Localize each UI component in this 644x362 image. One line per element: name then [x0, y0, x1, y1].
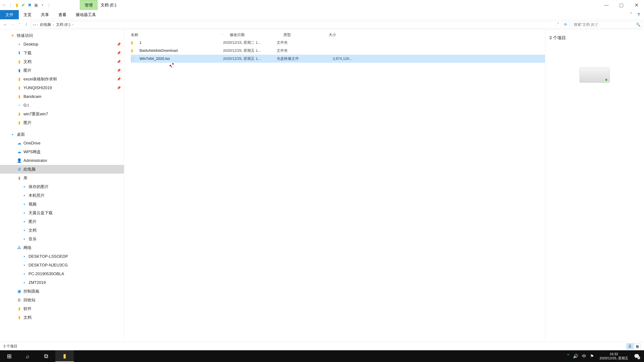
- taskbar-explorer[interactable]: ▮: [55, 350, 74, 362]
- tree-downloads[interactable]: ⬇下载📌: [0, 49, 124, 57]
- label: 下载: [24, 50, 32, 56]
- crumb-chevron-drive[interactable]: ›: [72, 23, 74, 26]
- security-icon[interactable]: ⚑: [590, 354, 594, 359]
- tree-bandicam[interactable]: ▮Bandicam: [0, 92, 124, 101]
- tree-pics3[interactable]: ▪图片: [0, 217, 124, 226]
- show-desktop-button[interactable]: [642, 350, 644, 362]
- view-icons-button[interactable]: ▦: [634, 344, 641, 349]
- folder-icon: ▮: [131, 40, 138, 45]
- history-dropdown[interactable]: ˅: [16, 21, 23, 28]
- crumb-thispc[interactable]: 此电脑: [38, 22, 52, 27]
- refresh-icon[interactable]: ⟳: [562, 22, 569, 27]
- search-button[interactable]: ⌕: [18, 350, 37, 362]
- tree-win7[interactable]: ▮win7重装win7: [0, 110, 124, 118]
- pc-icon: 🖥: [17, 167, 22, 172]
- tree-pc2[interactable]: ▪DESKTOP-NJEU3CG: [0, 261, 124, 270]
- tree-pc3[interactable]: ▪PC-20190530OBLA: [0, 270, 124, 278]
- view-details-button[interactable]: ☰: [626, 344, 633, 349]
- tree-yunqishi[interactable]: ▮YUNQISHI2019📌: [0, 83, 124, 92]
- search-input[interactable]: [574, 22, 636, 27]
- clock-time: 16:32: [600, 352, 628, 356]
- label: 桌面: [17, 132, 25, 137]
- clock[interactable]: 16:32 2020/12/25, 星期五: [598, 352, 630, 360]
- ribbon-collapse-icon[interactable]: ˅: [628, 12, 634, 17]
- col-size[interactable]: 大小: [329, 32, 362, 37]
- tab-drivetools[interactable]: 驱动器工具: [71, 10, 100, 19]
- tab-view[interactable]: 查看: [54, 10, 71, 19]
- tree-excel-folder[interactable]: ▮excel表格制作求和📌: [0, 75, 124, 83]
- col-name[interactable]: 名称˄: [131, 32, 230, 37]
- tree-wps[interactable]: ☁WPS网盘: [0, 147, 124, 156]
- crumb-drive[interactable]: 文档 (E:): [55, 22, 72, 27]
- tab-file[interactable]: 文件: [0, 10, 19, 19]
- tree-controlpanel[interactable]: ▣控制面板: [0, 287, 124, 296]
- tree-savedpics[interactable]: ▪保存的图片: [0, 182, 124, 191]
- help-icon[interactable]: ?: [636, 12, 641, 17]
- address-dropdown[interactable]: ˅: [556, 22, 561, 27]
- tree-recycle[interactable]: 🗑回收站: [0, 296, 124, 304]
- tab-share[interactable]: 共享: [36, 10, 54, 19]
- maximize-button[interactable]: ▢: [614, 0, 629, 10]
- status-bar: 3 个项目 ☰ ▦: [0, 342, 644, 350]
- tree-pictures2[interactable]: ▮图片: [0, 118, 124, 127]
- col-date[interactable]: 修改日期: [230, 32, 284, 37]
- file-row[interactable]: ▮1 2020/12/15, 星期二 1... 文件夹: [131, 38, 545, 46]
- file-row[interactable]: ▮BaiduNetdiskDownload 2020/12/25, 星期五 1.…: [131, 46, 545, 55]
- tree-software[interactable]: ▮软件: [0, 304, 124, 313]
- tree-desktop-root[interactable]: ▪桌面: [0, 130, 124, 139]
- up-button[interactable]: ↑: [23, 21, 30, 28]
- star-icon: ★: [10, 33, 15, 38]
- close-button[interactable]: ✕: [629, 0, 644, 10]
- navigation-tree[interactable]: ★快速访问 ▪Desktop📌 ⬇下载📌 ▮文档📌 ▮图片📌 ▮excel表格制…: [0, 30, 124, 342]
- col-type[interactable]: 类型: [284, 32, 329, 37]
- label: 控制面板: [24, 289, 40, 294]
- tree-libraries[interactable]: ▮库: [0, 174, 124, 182]
- contextual-tab-manage[interactable]: 管理: [80, 0, 98, 10]
- tree-network[interactable]: 🖧网络: [0, 243, 124, 252]
- file-list[interactable]: 名称˄ 修改日期 类型 大小 ▮1 2020/12/15, 星期二 1... 文…: [124, 30, 545, 342]
- close-x-icon[interactable]: ✖: [27, 2, 32, 7]
- tree-thispc[interactable]: 🖥此电脑: [0, 165, 124, 174]
- action-center-icon[interactable]: 💬3: [634, 354, 639, 359]
- tree-gdrive[interactable]: ~G:\: [0, 101, 124, 110]
- tray-overflow-icon[interactable]: ˄: [567, 354, 569, 359]
- minimize-button[interactable]: —: [599, 0, 614, 10]
- forward-button[interactable]: →: [9, 21, 16, 28]
- tree-documents3[interactable]: ▮文档: [0, 313, 124, 322]
- tree-pc1[interactable]: ▪DESKTOP-LSSOEDP: [0, 252, 124, 261]
- tree-quick-access[interactable]: ★快速访问: [0, 31, 124, 40]
- crumb-chevron-pc[interactable]: ›: [53, 23, 54, 26]
- qat-dropdown-icon[interactable]: ▾: [40, 2, 45, 7]
- search-icon[interactable]: 🔍: [636, 22, 640, 27]
- back-button[interactable]: ←: [2, 21, 9, 28]
- cloud-icon: ☁: [17, 149, 22, 154]
- volume-icon[interactable]: 🔊: [573, 354, 578, 359]
- file-row-selected[interactable]: ⬚Win7x64_2020.iso 2020/12/25, 星期五 1... 光…: [131, 55, 545, 63]
- col-name-label: 名称: [131, 32, 138, 37]
- tree-pc4[interactable]: ▪ZMT2019: [0, 278, 124, 287]
- label: DESKTOP-NJEU3CG: [28, 263, 68, 268]
- start-button[interactable]: ⊞: [0, 350, 18, 362]
- column-headers[interactable]: 名称˄ 修改日期 类型 大小: [131, 31, 545, 38]
- search-box[interactable]: 🔍: [572, 21, 642, 28]
- tab-home[interactable]: 主页: [19, 10, 36, 19]
- doc-icon: ▪: [22, 228, 27, 233]
- tree-administrator[interactable]: 👤Administrator: [0, 156, 124, 165]
- taskview-button[interactable]: ⧉: [37, 350, 55, 362]
- folder-icon: ▮: [17, 85, 22, 90]
- tree-documents[interactable]: ▮文档📌: [0, 57, 124, 66]
- tree-tianyi[interactable]: ▪天翼云盘下载: [0, 209, 124, 217]
- tree-pictures[interactable]: ▮图片📌: [0, 66, 124, 75]
- properties-icon[interactable]: ▣: [34, 2, 38, 7]
- ime-indicator[interactable]: 中: [582, 353, 586, 359]
- tree-localphotos[interactable]: ▪本机照片: [0, 191, 124, 200]
- tree-video[interactable]: ▪视频: [0, 200, 124, 209]
- address-bar[interactable]: ▭ › 此电脑 › 文档 (E:) › ˅ ⟳: [31, 21, 570, 28]
- crumb-chevron-root[interactable]: ›: [37, 23, 38, 26]
- tree-onedrive[interactable]: ☁OneDrive: [0, 139, 124, 147]
- file-name: BaiduNetdiskDownload: [140, 48, 178, 53]
- checkmark-icon[interactable]: ✔: [21, 2, 26, 7]
- tree-music[interactable]: ▪音乐: [0, 235, 124, 243]
- tree-docs2[interactable]: ▪文档: [0, 226, 124, 235]
- tree-desktop[interactable]: ▪Desktop📌: [0, 40, 124, 49]
